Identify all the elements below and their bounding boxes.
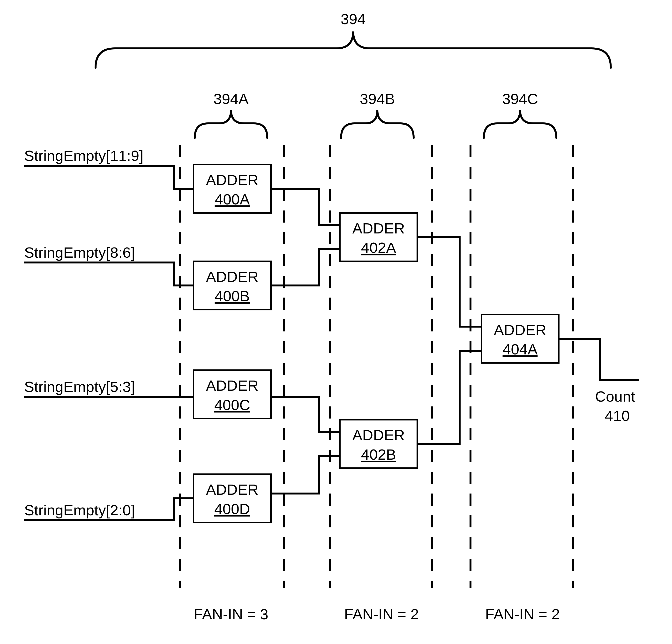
adder-label: ADDER xyxy=(206,171,259,188)
adder-ref: 400B xyxy=(215,288,250,304)
wire-b1-c0 xyxy=(417,351,481,444)
adder-label: ADDER xyxy=(352,220,405,237)
adder-ref: 400D xyxy=(214,501,250,517)
adder-label: ADDER xyxy=(206,377,259,394)
adder-ref: 400C xyxy=(214,396,250,413)
adder-label: ADDER xyxy=(206,268,259,285)
wire-out xyxy=(559,339,639,380)
adder-ref: 404A xyxy=(503,341,538,358)
output-name: Count xyxy=(595,388,635,405)
wire-in1 xyxy=(24,262,193,285)
input-0: StringEmpty[11:9] xyxy=(24,147,143,164)
adder-ref: 402A xyxy=(361,239,396,256)
brace-stage-b xyxy=(341,110,413,138)
input-2: StringEmpty[5:3] xyxy=(24,378,135,395)
input-3: StringEmpty[2:0] xyxy=(24,502,135,518)
wire-b0-c0 xyxy=(417,237,481,326)
output-ref: 410 xyxy=(605,407,630,424)
adder-tree-diagram: 394 394A 394B 394C FAN-IN = 3 FAN-IN = 2… xyxy=(0,0,672,644)
adder-400a: ADDER 400A xyxy=(193,165,271,213)
fanin-c: FAN-IN = 2 xyxy=(485,606,560,622)
adder-label: ADDER xyxy=(206,481,259,498)
stage-a-label: 394A xyxy=(214,91,249,107)
adder-402a: ADDER 402A xyxy=(340,213,417,261)
brace-stage-a xyxy=(195,110,267,138)
adder-label: ADDER xyxy=(352,427,405,443)
adder-404a: ADDER 404A xyxy=(481,314,559,363)
adder-400b: ADDER 400B xyxy=(193,261,271,310)
wire-in0 xyxy=(24,166,193,189)
stage-c-label: 394C xyxy=(502,91,538,107)
adder-400c: ADDER 400C xyxy=(193,370,271,418)
adder-400d: ADDER 400D xyxy=(193,474,271,523)
stage-b-label: 394B xyxy=(360,91,395,107)
adder-ref: 402B xyxy=(361,446,396,463)
input-1: StringEmpty[8:6] xyxy=(24,244,135,261)
fanin-b: FAN-IN = 2 xyxy=(344,606,419,622)
overall-label: 394 xyxy=(340,11,365,27)
adder-402b: ADDER 402B xyxy=(340,420,417,468)
adder-label: ADDER xyxy=(494,322,546,338)
adder-ref: 400A xyxy=(215,191,250,207)
brace-stage-c xyxy=(484,110,556,138)
brace-overall xyxy=(96,32,611,68)
fanin-a: FAN-IN = 3 xyxy=(194,606,268,622)
